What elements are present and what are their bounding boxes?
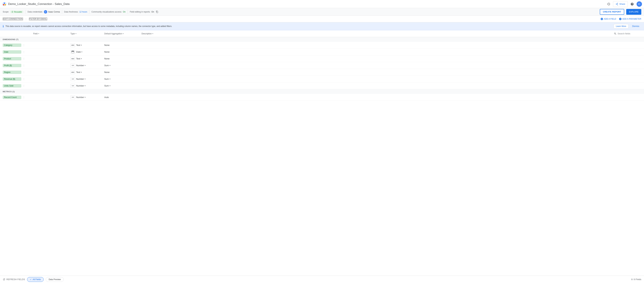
history-button[interactable] [606,1,612,7]
agg-cell-record: Auto [104,96,142,98]
credentials-label: Data credentials: [28,11,43,13]
type-text: Text [76,58,80,60]
agg-cell-category: None [104,44,142,46]
field-sort-icon: ▾ [38,33,39,34]
add-parameter-label: ADD A PARAMETER [622,18,641,20]
edit-connection-button[interactable]: EDIT CONNECTION [3,18,23,20]
drag-handle[interactable]: ⋮ [23,84,25,87]
agg-cell-region: None [104,71,142,74]
type-dropdown-arrow[interactable]: ▾ [85,78,86,80]
filter-by-email-button[interactable]: FILTER BY EMAIL [29,18,47,20]
drag-handle[interactable]: ⋮ [23,44,25,46]
all-fields-tab[interactable]: ✓ All Fields [27,277,44,282]
agg-text: Auto [104,96,109,98]
agg-select[interactable]: Sum ▾ [104,64,110,67]
drag-handle[interactable]: ⋮ [23,58,25,60]
search-icon [614,32,616,35]
row-actions: Region ⋮ [3,70,33,74]
agg-cell-product: None [104,58,142,60]
agg-text: Sum [104,78,109,80]
add-parameter-button[interactable]: ADD A PARAMETER [619,18,641,20]
copy-button[interactable] [155,10,159,14]
agg-cell-revenue: Sum ▾ [104,78,142,80]
svg-point-2 [3,4,4,6]
scope-section: Scope: Reusable [3,10,23,13]
type-dropdown-arrow[interactable]: ▾ [85,85,86,87]
agg-cell-units: Sum ▾ [104,84,142,87]
agg-select[interactable]: Sum ▾ [104,84,110,87]
table-row: Profit ($) ⋮ 123 Number ▾ Sum ▾ [0,62,644,69]
data-preview-tab[interactable]: Data Preview [46,277,64,282]
type-dropdown-arrow[interactable]: ▾ [81,58,82,60]
explore-button[interactable]: EXPLORE [626,9,641,15]
app-title: Demo_Looker_Studio_Connection - Sales_Da… [8,2,604,6]
field-chip-product[interactable]: Product [3,57,21,60]
create-report-button[interactable]: CREATE REPORT [600,9,624,15]
search-input[interactable] [618,32,641,35]
metrics-header: METRICS (1) [0,89,644,94]
drag-handle[interactable]: ⋮ [23,50,25,53]
type-dropdown-arrow[interactable]: ▾ [85,64,86,66]
type-dropdown-arrow[interactable]: ▾ [81,44,82,46]
svg-point-3 [4,4,6,6]
info-icon: ℹ [3,25,4,28]
info-banner: ℹ This data source is reusable, so repor… [0,22,644,30]
agg-sort-icon: ▾ [123,33,124,34]
dimensions-header: DIMENSIONS (7) [0,37,644,42]
field-chip-units-sold[interactable]: Units Sold [3,84,21,88]
drag-handle[interactable]: ⋮ [23,78,25,80]
row-actions: Category ⋮ [3,44,33,47]
type-icon-123: 123 [70,84,75,88]
field-chip-region[interactable]: Region [3,70,21,74]
drag-handle[interactable]: ⋮ [23,64,25,67]
type-dropdown-arrow[interactable]: ▾ [82,51,82,53]
row-actions: Record Count ⋮ [3,96,33,99]
share-label: Share [619,3,625,5]
avatar[interactable]: IC [636,1,642,7]
type-text: Number [76,64,84,67]
field-chip-category[interactable]: Category [3,44,21,47]
freshness-label: Data freshness: [64,11,78,13]
second-toolbar: EDIT CONNECTION | FILTER BY EMAIL ADD A … [0,16,644,22]
drag-handle[interactable]: ⋮ [23,96,25,99]
table-header: Field ▾ Type ▾ Default Aggregation ▾ Des… [0,30,644,37]
field-chip-profit[interactable]: Profit ($) [3,64,21,67]
add-field-button[interactable]: ADD A FIELD [600,18,616,20]
col-agg-header[interactable]: Default Aggregation ▾ [104,32,142,35]
refresh-fields-button[interactable]: REFRESH FIELDS [3,278,25,281]
help-button[interactable] [629,1,635,7]
add-parameter-icon [619,18,622,20]
add-field-icon [600,18,603,20]
type-dropdown-arrow[interactable]: ▾ [81,71,82,73]
share-icon [616,3,618,6]
table-row: Date ⋮ Date ▾ None [0,48,644,55]
col-desc-header[interactable]: Description ▾ [142,32,614,35]
divider-2 [62,10,62,14]
type-icon-123: 123 [70,64,75,67]
col-type-header[interactable]: Type ▾ [70,32,104,35]
dismiss-button[interactable]: Dismiss [630,24,641,28]
type-dropdown-arrow[interactable]: ▾ [85,96,86,98]
agg-text: None [104,58,110,60]
field-chip-record-count[interactable]: Record Count [3,96,21,99]
learn-more-button[interactable]: Learn More [614,24,628,28]
agg-select[interactable]: Sum ▾ [104,78,110,80]
row-actions: Revenue ($) ⋮ [3,77,33,81]
col-desc-label: Description [142,32,152,35]
row-actions: Units Sold ⋮ [3,84,33,88]
agg-dropdown-arrow: ▾ [110,78,110,80]
share-button[interactable]: Share [613,1,628,7]
field-chip-date[interactable]: Date [3,50,21,54]
type-icon-123: 123 [70,77,75,81]
table-row: Revenue ($) ⋮ 123 Number ▾ Sum ▾ [0,76,644,82]
history-icon [607,2,610,6]
col-field-header[interactable]: Field ▾ [33,32,70,35]
drag-handle[interactable]: ⋮ [23,71,25,74]
table-row: Product ⋮ ABC Text ▾ None [0,55,644,62]
toolbar: Scope: Reusable Data credentials: IC Isa… [0,8,644,16]
field-editing-label: Field editing in reports: [130,11,150,13]
field-chip-revenue[interactable]: Revenue ($) [3,77,21,81]
agg-text: None [104,44,110,46]
type-cell-revenue: 123 Number ▾ [70,77,104,81]
svg-point-1 [4,2,5,4]
